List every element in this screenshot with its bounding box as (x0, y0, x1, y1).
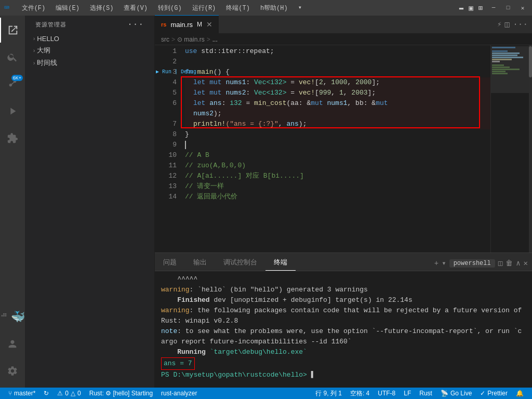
line-ending-status[interactable]: LF (400, 388, 415, 399)
git-icon: ⑂ (8, 390, 12, 397)
code-line-10: // A B (185, 150, 490, 161)
menu-select[interactable]: 选择(S) (86, 3, 118, 14)
breadcrumb-sep1: > (171, 36, 175, 43)
panel-actions: + ▾ powershell ◫ 🗑 ∧ ✕ (434, 259, 532, 271)
rust-status[interactable]: Rust: ⚙ [hello] Starting (85, 388, 157, 399)
activity-search[interactable] (0, 45, 25, 70)
source-control-badge: 6K+ (11, 75, 23, 81)
go-live-status[interactable]: 📡 Go Live (436, 388, 476, 399)
close-button[interactable]: ✕ (517, 3, 528, 13)
breadcrumb-src[interactable]: src (161, 36, 169, 43)
panel-tab-debug[interactable]: 调试控制台 (215, 255, 265, 271)
tab-close-icon[interactable]: ✕ (206, 20, 212, 29)
activity-account[interactable] (0, 331, 25, 356)
terminal-content[interactable]: ^^^^^ warning: `hello` (bin "hello") gen… (155, 271, 532, 388)
code-line-6b: nums2); (185, 109, 490, 119)
sidebar-item-timeline[interactable]: › 时间线 (25, 57, 154, 69)
code-line-7: println!("ans = {:?}", ans); (185, 119, 490, 129)
main-layout: 6K+ 🐳 资源管理器 ··· › HELLO (0, 16, 532, 388)
go-live-icon: 📡 (441, 390, 448, 397)
sidebar-more[interactable]: ··· (127, 20, 144, 29)
code-line-8: } (185, 129, 490, 140)
panel-up-icon[interactable]: ∧ (516, 259, 520, 268)
breadcrumb-file[interactable]: ⊙ main.rs (177, 36, 205, 43)
sync-status[interactable]: ↻ (39, 388, 53, 399)
prettier-status[interactable]: ✓ Prettier (476, 388, 512, 399)
panel-tab-terminal[interactable]: 终端 (265, 255, 296, 271)
status-bar-right: 行 9, 列 1 空格: 4 UTF-8 LF Rust 📡 Go Live ✓… (311, 388, 528, 399)
sidebar-item-outline[interactable]: › 大纲 (25, 44, 154, 57)
code-content[interactable]: use std::iter::repeat; fn main() { let m… (181, 45, 490, 252)
activity-extensions[interactable] (0, 126, 25, 151)
layout-3[interactable]: ⊞ (477, 3, 484, 14)
activity-docker[interactable]: 🐳 (0, 304, 25, 329)
git-branch-status[interactable]: ⑂ master* (4, 388, 39, 399)
tab-main-rs[interactable]: rs main.rs M ✕ (155, 15, 219, 33)
cursor-position-text: 行 9, 列 1 (315, 389, 342, 398)
menu-run[interactable]: 运行(R) (188, 3, 220, 14)
terminal-line-note: note: to see what the problems were, use… (161, 326, 526, 347)
menu-terminal[interactable]: 终端(T) (222, 3, 254, 14)
remote-icon[interactable]: ⚡ (497, 20, 501, 29)
indent-status[interactable]: 空格: 4 (346, 388, 374, 399)
rust-analyzer-text: rust-analyzer (161, 390, 197, 397)
code-editor[interactable]: 1 2 3 ▶ Run | Debug 4 5 6 6 7 8 9 10 11 … (155, 45, 532, 252)
tab-filename: main.rs (170, 21, 193, 29)
delete-terminal-icon[interactable]: 🗑 (506, 259, 513, 268)
error-icon: ⚠ (57, 390, 63, 397)
layout-dropdown[interactable]: ▾ (294, 3, 306, 14)
menu-bar: 文件(F) 编辑(E) 选择(S) 查看(V) 转到(G) 运行(R) 终端(T… (18, 3, 306, 14)
activity-source-control[interactable]: 6K+ (0, 72, 25, 97)
code-line-1: use std::iter::repeat; (185, 46, 490, 57)
code-line-14: // 返回最小代价 (185, 192, 490, 202)
rust-analyzer-status[interactable]: rust-analyzer (157, 388, 201, 399)
menu-edit[interactable]: 编辑(E) (51, 3, 84, 14)
add-terminal-icon[interactable]: + (434, 259, 438, 268)
code-line-4: let mut nums1: Vec<i32> = vec![2, 1000, … (185, 77, 490, 88)
sidebar-item-hello[interactable]: › HELLO (25, 33, 154, 44)
code-line-2 (185, 57, 490, 67)
git-branch-label: master* (14, 390, 35, 397)
cursor-position-status[interactable]: 行 9, 列 1 (311, 388, 346, 399)
terminal-dropdown-icon[interactable]: ▾ (442, 259, 446, 268)
minimize-button[interactable]: ─ (488, 3, 499, 13)
error-status[interactable]: ⚠ 0 △ 0 (53, 388, 85, 399)
code-line-13: // 请变一样 (185, 181, 490, 192)
breadcrumb-symbol[interactable]: ... (212, 36, 218, 43)
language-status[interactable]: Rust (415, 388, 436, 399)
layout-2[interactable]: ▣ (467, 3, 474, 14)
split-terminal-icon[interactable]: ◫ (498, 259, 502, 268)
panel-tabs: 问题 输出 调试控制台 终端 + ▾ powershell ◫ 🗑 ∧ ✕ (155, 253, 532, 271)
warning-icon: △ (71, 390, 75, 397)
more-actions-icon[interactable]: ··· (513, 20, 528, 29)
tab-bar-actions: ⚡ ◫ ··· (497, 15, 532, 33)
sync-icon: ↻ (44, 390, 49, 397)
activity-settings[interactable] (0, 358, 25, 383)
line-ending-text: LF (404, 390, 411, 397)
menu-view[interactable]: 查看(V) (119, 3, 152, 14)
panel-close-icon[interactable]: ✕ (524, 259, 528, 268)
menu-goto[interactable]: 转到(G) (154, 3, 186, 14)
panel-tab-output[interactable]: 输出 (185, 255, 215, 271)
editor-area: rs main.rs M ✕ ⚡ ◫ ··· src > ⊙ main.rs >… (155, 16, 532, 388)
encoding-status[interactable]: UTF-8 (374, 388, 400, 399)
split-editor-icon[interactable]: ◫ (505, 19, 510, 30)
sidebar-item-label: 时间线 (37, 58, 57, 68)
menu-help[interactable]: h帮助(H) (256, 3, 292, 14)
restore-button[interactable]: □ (503, 3, 513, 13)
layout-selector: ▬ ▣ ⊞ (458, 3, 484, 14)
panel-tab-problems[interactable]: 问题 (155, 255, 185, 271)
sidebar-title: 资源管理器 (35, 21, 66, 29)
sidebar-item-label: 大纲 (37, 46, 50, 55)
code-line-5: let mut nums2: Vec<i32> = vec![999, 1, 2… (185, 88, 490, 98)
activity-run[interactable] (0, 99, 25, 124)
terminal-line-running: Running `target\debug\hello.exe` (161, 347, 526, 357)
menu-file[interactable]: 文件(F) (18, 3, 50, 14)
sidebar-item-label: HELLO (37, 35, 59, 43)
layout-1[interactable]: ▬ (458, 3, 465, 13)
shell-label[interactable]: powershell (449, 259, 495, 268)
rust-status-text: Rust: ⚙ [hello] Starting (89, 390, 153, 397)
notifications-status[interactable]: 🔔 (512, 388, 528, 399)
activity-explorer[interactable] (0, 18, 25, 43)
prettier-text: Prettier (487, 390, 508, 397)
